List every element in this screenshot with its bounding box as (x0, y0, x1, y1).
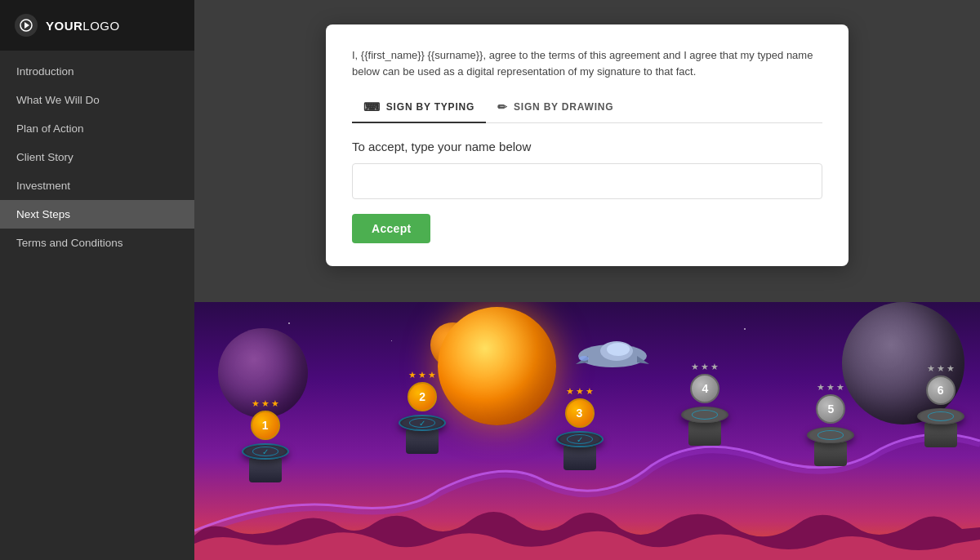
sidebar-item-next-steps[interactable]: Next Steps (0, 200, 194, 229)
badge-3: ★ ★ ★ 3 (565, 386, 595, 428)
platform-disc-2: ✓ (399, 415, 446, 431)
star-icon: ★ (927, 363, 935, 374)
tab-sign-by-typing[interactable]: ⌨ SIGN BY TYPING (352, 94, 486, 123)
planet-orange-large (438, 307, 556, 425)
star-icon: ★ (576, 386, 584, 397)
platform-disc-4 (681, 407, 728, 423)
badge-circle-5: 5 (816, 394, 845, 424)
accept-button[interactable]: Accept (352, 214, 430, 243)
platform-disc-6 (917, 408, 964, 424)
logo-icon (15, 14, 38, 37)
platform-disc-5 (807, 427, 854, 443)
badge-circle-6: 6 (926, 376, 956, 405)
pen-icon: ✏ (497, 100, 508, 113)
badge-3-stars: ★ ★ ★ (566, 386, 594, 397)
sign-tabs: ⌨ SIGN BY TYPING ✏ SIGN BY DRAWING (352, 94, 822, 123)
keyboard-icon: ⌨ (363, 100, 381, 113)
svg-point-4 (607, 343, 630, 356)
badge-5-stars: ★ ★ ★ (817, 382, 844, 393)
terrain (194, 495, 980, 560)
platform-5: ★ ★ ★ 5 (807, 382, 854, 466)
sidebar-item-terms-and-conditions[interactable]: Terms and Conditions (0, 229, 194, 257)
platform-1: ★ ★ ★ 1 ✓ (242, 398, 289, 482)
platform-base-4 (688, 421, 721, 446)
game-area: ★ ★ ★ 1 ✓ ★ ★ ★ 2 ✓ (194, 302, 980, 560)
star-icon: ★ (252, 398, 260, 409)
agreement-text: I, {{first_name}} {{surname}}, agree to … (352, 47, 822, 79)
sidebar-item-plan-of-action[interactable]: Plan of Action (0, 114, 194, 143)
star (744, 328, 746, 330)
type-name-label: To accept, type your name below (352, 140, 822, 153)
badge-2: ★ ★ ★ 2 (408, 370, 437, 411)
star-icon: ★ (408, 370, 416, 380)
badge-circle-1: 1 (251, 411, 280, 440)
star-icon: ★ (566, 386, 574, 397)
star-icon: ★ (418, 370, 426, 380)
star-icon: ★ (710, 362, 719, 372)
star-icon: ★ (261, 398, 270, 409)
badge-6: ★ ★ ★ 6 (926, 363, 956, 405)
svg-point-5 (579, 356, 589, 361)
star-icon: ★ (826, 382, 835, 393)
badge-circle-4: 4 (690, 374, 719, 403)
platform-6: ★ ★ ★ 6 (917, 363, 964, 447)
platform-4: ★ ★ ★ 4 (681, 362, 728, 446)
platform-base-5 (814, 442, 847, 466)
platform-base-2 (406, 429, 439, 454)
sidebar-item-client-story[interactable]: Client Story (0, 143, 194, 171)
sidebar-item-introduction[interactable]: Introduction (0, 57, 194, 86)
star-icon: ★ (836, 382, 844, 393)
badge-2-stars: ★ ★ ★ (408, 370, 436, 380)
badge-4-stars: ★ ★ ★ (691, 362, 719, 372)
spaceship (572, 338, 653, 374)
star-icon: ★ (937, 363, 945, 374)
platform-3: ★ ★ ★ 3 ✓ (556, 386, 604, 470)
star-icon: ★ (271, 398, 279, 409)
badge-4: ★ ★ ★ 4 (690, 362, 719, 403)
star (391, 340, 392, 341)
platform-disc-1: ✓ (242, 443, 289, 460)
name-input[interactable] (352, 163, 822, 199)
tab-sign-by-drawing[interactable]: ✏ SIGN BY DRAWING (486, 94, 625, 123)
badge-6-stars: ★ ★ ★ (927, 363, 955, 374)
logo-area: YOURLOGO (0, 0, 194, 51)
platform-base-6 (924, 423, 957, 447)
logo-text: YOURLOGO (46, 19, 120, 33)
badge-1-stars: ★ ★ ★ (252, 398, 279, 409)
platform-2: ★ ★ ★ 2 ✓ (399, 370, 446, 454)
sidebar-item-investment[interactable]: Investment (0, 171, 194, 200)
top-area: I, {{first_name}} {{surname}}, agree to … (194, 0, 980, 302)
svg-marker-1 (24, 22, 29, 29)
platform-disc-3: ✓ (556, 431, 604, 447)
nav-menu: Introduction What We Will Do Plan of Act… (0, 51, 194, 257)
badge-5: ★ ★ ★ 5 (816, 382, 845, 424)
star-icon: ★ (947, 363, 955, 374)
main-content: I, {{first_name}} {{surname}}, agree to … (194, 0, 980, 560)
sidebar: YOURLOGO Introduction What We Will Do Pl… (0, 0, 194, 560)
star-icon: ★ (691, 362, 699, 372)
badge-circle-2: 2 (408, 382, 437, 411)
badge-circle-3: 3 (565, 398, 595, 428)
sidebar-item-what-we-will-do[interactable]: What We Will Do (0, 86, 194, 114)
star-icon: ★ (586, 386, 594, 397)
star-icon: ★ (428, 370, 436, 380)
star-icon: ★ (817, 382, 825, 393)
platform-base-1 (249, 458, 282, 482)
platform-base-3 (564, 446, 596, 470)
star (288, 322, 290, 324)
badge-1: ★ ★ ★ 1 (251, 398, 280, 440)
star-icon: ★ (701, 362, 709, 372)
signature-modal: I, {{first_name}} {{surname}}, agree to … (326, 24, 849, 266)
